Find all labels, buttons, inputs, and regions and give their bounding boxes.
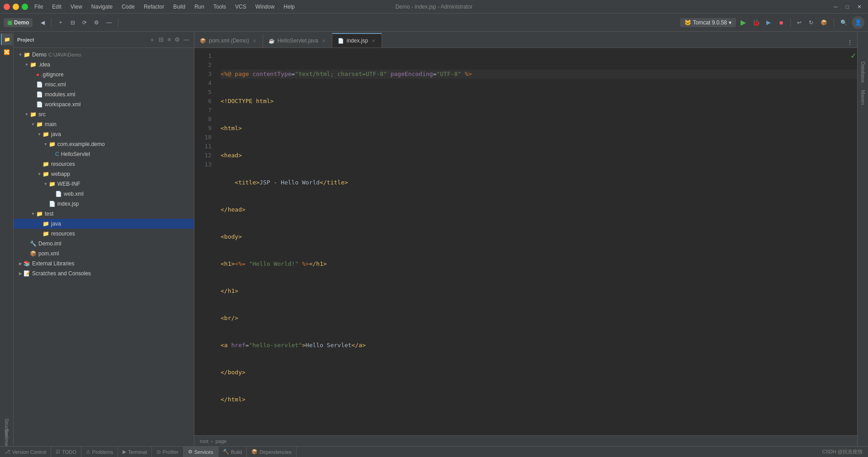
activity-commit[interactable]: 🔀 bbox=[1, 46, 13, 58]
tree-testresources[interactable]: ▷ 📁 resources bbox=[14, 229, 194, 239]
title-bar: File Edit View Navigate Code Refactor Bu… bbox=[0, 0, 868, 14]
tree-idea[interactable]: ▼ 📁 .idea bbox=[14, 60, 194, 70]
tree-root[interactable]: ▼ 📁 Demo C:\JAVA\Demo bbox=[14, 50, 194, 60]
tab-pom-close[interactable]: ✕ bbox=[252, 38, 257, 44]
minimize-window-btn[interactable] bbox=[13, 4, 19, 10]
menu-run[interactable]: Run bbox=[193, 3, 206, 11]
menu-build[interactable]: Build bbox=[171, 3, 187, 11]
build-artifact-btn[interactable]: 📦 bbox=[818, 18, 830, 28]
menu-view[interactable]: View bbox=[69, 3, 84, 11]
breadcrumb-page[interactable]: page bbox=[216, 438, 226, 444]
database-panel-btn[interactable]: Database bbox=[859, 59, 867, 85]
testjava-label: java bbox=[51, 221, 61, 227]
tree-gitignore[interactable]: ▷ ● .gitignore bbox=[14, 70, 194, 80]
stop-button[interactable]: ■ bbox=[776, 17, 787, 28]
update-btn[interactable]: ↻ bbox=[806, 18, 816, 28]
breadcrumb-bar: root › page bbox=[194, 435, 857, 446]
expand-all-btn[interactable]: ≡ bbox=[166, 35, 172, 45]
tree-indexjsp[interactable]: ▷ 📄 index.jsp bbox=[14, 199, 194, 209]
menu-code[interactable]: Code bbox=[120, 3, 137, 11]
misc-arrow: ▷ bbox=[30, 82, 36, 87]
rerun-btn[interactable]: ↩ bbox=[794, 18, 804, 28]
maximize-window-btn[interactable] bbox=[22, 4, 28, 10]
coverage-button[interactable]: ▶ bbox=[763, 17, 774, 28]
tree-test[interactable]: ▼ 📁 test bbox=[14, 209, 194, 219]
tab-indexjsp[interactable]: 📄 index.jsp ✕ bbox=[332, 33, 382, 47]
close-btn[interactable]: ✕ bbox=[854, 2, 864, 12]
breadcrumb-root[interactable]: root bbox=[200, 438, 208, 444]
activity-bookmarks[interactable]: Bookmarks bbox=[3, 434, 10, 446]
activity-project[interactable]: 📁 bbox=[1, 33, 13, 45]
status-problems[interactable]: ⚠ Problems bbox=[81, 447, 118, 457]
menu-vcs[interactable]: VCS bbox=[233, 3, 248, 11]
editor-wrapper: 1 2 3 4 5 6 7 8 9 10 11 12 13 <%@ page c… bbox=[194, 48, 857, 435]
user-btn[interactable]: 👤 bbox=[852, 16, 864, 29]
search-everywhere-btn[interactable]: 🔍 bbox=[838, 18, 850, 28]
settings-btn[interactable]: ⚙ bbox=[91, 18, 102, 28]
menu-refactor[interactable]: Refactor bbox=[142, 3, 166, 11]
tree-scratches[interactable]: ▶ 📝 Scratches and Consoles bbox=[14, 269, 194, 278]
run-button[interactable]: ▶ bbox=[738, 17, 749, 28]
tree-java[interactable]: ▼ 📁 java bbox=[14, 129, 194, 139]
tree-webinf[interactable]: ▼ 📁 WEB-INF bbox=[14, 179, 194, 189]
collapse-btn[interactable]: ⊟ bbox=[68, 18, 78, 28]
tree-extlibs[interactable]: ▶ 📚 External Libraries bbox=[14, 259, 194, 269]
tree-com[interactable]: ▼ 📁 com.example.demo bbox=[14, 139, 194, 149]
tree-webapp[interactable]: ▼ 📁 webapp bbox=[14, 169, 194, 179]
status-build[interactable]: 🔨 Build bbox=[218, 447, 247, 457]
tree-main[interactable]: ▼ 📁 main bbox=[14, 119, 194, 129]
status-terminal[interactable]: ▶ Terminal bbox=[118, 447, 152, 457]
editor-settings-btn[interactable]: ⋮ bbox=[844, 38, 855, 47]
add-btn[interactable]: ＋ bbox=[55, 17, 66, 28]
code-line-13: </html> bbox=[221, 395, 857, 404]
status-profiler[interactable]: ◎ Profiler bbox=[152, 447, 184, 457]
status-right-text: CSDH @抗击疫情 bbox=[822, 448, 868, 455]
hide-btn[interactable]: — bbox=[104, 18, 114, 28]
breadcrumb-sep1: › bbox=[211, 438, 213, 444]
tree-modules[interactable]: ▷ 📄 modules.xml bbox=[14, 90, 194, 99]
menu-file[interactable]: File bbox=[33, 3, 45, 11]
code-content[interactable]: <%@ page contentType="text/html; charset… bbox=[217, 48, 857, 435]
tab-helloservlet[interactable]: ☕ HelloServlet.java ✕ bbox=[263, 33, 332, 47]
tree-workspace[interactable]: ▷ 📄 workspace.xml bbox=[14, 99, 194, 109]
webinf-label: WEB-INF bbox=[57, 181, 80, 187]
project-label[interactable]: ▣ Demo bbox=[4, 18, 33, 27]
tree-testjava[interactable]: ▷ 📁 java bbox=[14, 219, 194, 229]
hide-sidebar-btn[interactable]: — bbox=[183, 35, 190, 45]
tree-src[interactable]: ▼ 📁 src bbox=[14, 109, 194, 119]
menu-navigate[interactable]: Navigate bbox=[90, 3, 114, 11]
new-file-btn[interactable]: ＋ bbox=[148, 35, 156, 45]
back-btn[interactable]: ◀ bbox=[38, 18, 47, 28]
tree-resources[interactable]: ▷ 📁 resources bbox=[14, 159, 194, 169]
menu-window[interactable]: Window bbox=[254, 3, 277, 11]
project-icon: ▣ bbox=[7, 19, 12, 26]
ln-1: 1 bbox=[194, 52, 212, 61]
minimize-btn[interactable]: ─ bbox=[831, 2, 840, 12]
tree-pomxml[interactable]: ▷ 📦 pom.xml bbox=[14, 249, 194, 259]
status-version-control[interactable]: ⎇ Version Control bbox=[0, 447, 51, 457]
tab-jsp-close[interactable]: ✕ bbox=[371, 38, 376, 44]
testres-label: resources bbox=[51, 231, 75, 237]
tree-misc[interactable]: ▷ 📄 misc.xml bbox=[14, 80, 194, 90]
debug-button[interactable]: 🐞 bbox=[750, 17, 761, 28]
collapse-all-btn[interactable]: ⊟ bbox=[158, 35, 165, 45]
menu-edit[interactable]: Edit bbox=[50, 3, 63, 11]
tab-pom[interactable]: 📦 pom.xml (Demo) ✕ bbox=[194, 33, 263, 47]
project-name: Demo bbox=[14, 19, 29, 26]
menu-tools[interactable]: Tools bbox=[212, 3, 228, 11]
menu-help[interactable]: Help bbox=[282, 3, 297, 11]
settings-gear-btn[interactable]: ⚙ bbox=[174, 35, 181, 45]
status-dependencies[interactable]: 📦 Dependencies bbox=[247, 447, 296, 457]
status-services[interactable]: ⚙ Services bbox=[184, 447, 218, 457]
tab-hs-close[interactable]: ✕ bbox=[321, 38, 326, 44]
tree-webxml[interactable]: ▷ 📄 web.xml bbox=[14, 189, 194, 199]
tree-helloservlet[interactable]: ▷ C HelloServlet bbox=[14, 149, 194, 159]
tree-demolml[interactable]: ▷ 🔧 Demo.iml bbox=[14, 239, 194, 249]
run-config[interactable]: 🐱 Tomcat 9.0.58 ▾ bbox=[680, 18, 736, 27]
close-window-btn[interactable] bbox=[4, 4, 10, 10]
testres-folder-icon: 📁 bbox=[42, 231, 49, 237]
status-todo[interactable]: ☑ TODO bbox=[51, 447, 81, 457]
restore-btn[interactable]: □ bbox=[843, 2, 852, 12]
sync-btn[interactable]: ⟳ bbox=[80, 18, 90, 28]
maven-panel-btn[interactable]: Maven bbox=[859, 87, 867, 108]
